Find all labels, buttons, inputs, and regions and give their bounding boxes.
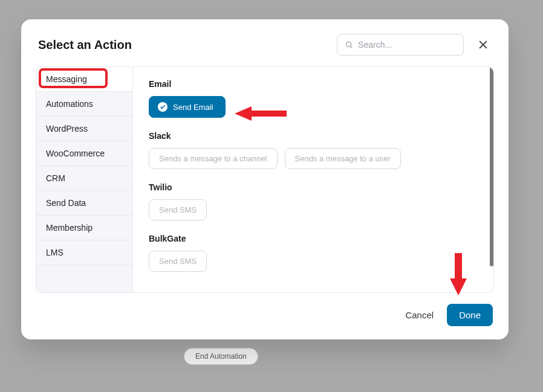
modal-footer: Cancel Done [21,293,509,339]
action-label: Send Email [173,103,213,112]
category-sidebar: Messaging Automations WordPress WooComme… [36,67,133,292]
action-bulkgate-sms[interactable]: Send SMS [149,251,207,272]
end-automation-chip: End Automation [184,348,258,365]
search-field-wrap[interactable] [337,34,464,56]
modal-header: Select an Action [21,19,509,66]
modal-title: Select an Action [38,38,337,52]
sidebar-item-messaging[interactable]: Messaging [36,67,132,92]
action-row: Send Email [149,96,478,118]
search-icon [345,40,353,50]
sidebar-item-lms[interactable]: LMS [36,240,132,265]
action-row: Send SMS [149,251,478,272]
close-icon [477,39,489,51]
done-button[interactable]: Done [447,304,493,326]
svg-line-1 [351,46,353,48]
checkmark-icon [158,102,167,112]
action-twilio-sms[interactable]: Send SMS [149,199,207,220]
close-button[interactable] [475,36,492,53]
sidebar-item-woocommerce[interactable]: WooCommerce [36,141,132,166]
group-title-bulkgate: BulkGate [149,234,478,243]
group-title-slack: Slack [149,131,478,141]
sidebar-item-crm[interactable]: CRM [36,166,132,191]
search-input[interactable] [358,40,456,50]
action-row: Sends a message to a channel Sends a mes… [149,148,478,169]
actions-panel: Email Send Email Slack Sends a message t… [133,67,493,292]
modal-body: Messaging Automations WordPress WooComme… [36,66,494,293]
sidebar-item-wordpress[interactable]: WordPress [36,117,132,141]
group-title-twilio: Twilio [149,182,478,192]
action-send-email[interactable]: Send Email [149,96,226,118]
sidebar-item-automations[interactable]: Automations [36,92,132,117]
action-slack-channel[interactable]: Sends a message to a channel [149,148,278,169]
scrollbar-thumb[interactable] [490,67,493,266]
sidebar-item-membership[interactable]: Membership [36,216,132,240]
group-title-email: Email [149,79,478,89]
svg-point-0 [346,42,351,47]
cancel-button[interactable]: Cancel [403,305,436,325]
action-row: Send SMS [149,199,478,220]
sidebar-item-send-data[interactable]: Send Data [36,191,132,216]
action-slack-user[interactable]: Sends a message to a user [285,148,401,169]
select-action-modal: Select an Action Messaging Automations W… [21,19,509,339]
